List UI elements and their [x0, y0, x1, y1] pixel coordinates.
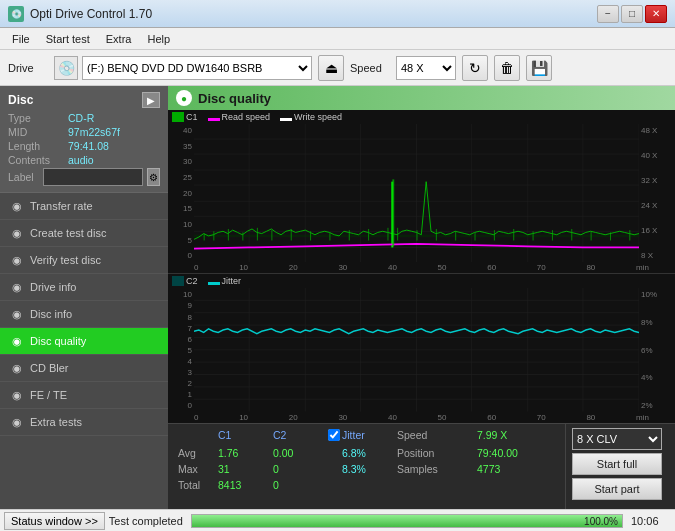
menu-bar: File Start test Extra Help [0, 28, 675, 50]
speed-value: 7.99 X [475, 428, 555, 444]
clear-button[interactable]: 🗑 [494, 55, 520, 81]
menu-extra[interactable]: Extra [98, 31, 140, 47]
status-text: Test completed [109, 515, 183, 527]
stats-section: C1 C2 Jitter Speed 7.99 X Avg 1.76 0.00 [168, 423, 675, 509]
verify-test-disc-icon: ◉ [10, 253, 24, 267]
disc-settings-button[interactable]: ⚙ [147, 168, 160, 186]
drive-select[interactable]: (F:) BENQ DVD DD DW1640 BSRB [82, 56, 312, 80]
svg-rect-23 [271, 230, 272, 240]
svg-rect-34 [455, 231, 456, 240]
disc-panel-toggle[interactable]: ▶ [142, 92, 160, 108]
refresh-button[interactable]: ↻ [462, 55, 488, 81]
close-button[interactable]: ✕ [645, 5, 667, 23]
svg-rect-37 [513, 229, 514, 241]
start-full-button[interactable]: Start full [572, 453, 662, 475]
avg-jitter: 6.8% [340, 446, 395, 460]
nav-label-drive-info: Drive info [30, 281, 76, 293]
disc-mid-label: MID [8, 126, 68, 138]
svg-rect-30 [392, 179, 394, 246]
chart2-body: 10 9 8 7 6 5 4 3 2 1 0 [168, 288, 675, 412]
title-bar-left: 💿 Opti Drive Control 1.70 [8, 6, 152, 22]
minimize-button[interactable]: − [597, 5, 619, 23]
svg-rect-41 [591, 231, 592, 240]
sidebar-item-transfer-rate[interactable]: ◉ Transfer rate [0, 193, 168, 220]
progress-bar-fill [192, 515, 622, 527]
chart2-y-left: 10 9 8 7 6 5 4 3 2 1 0 [168, 288, 194, 412]
jitter-checkbox[interactable] [328, 429, 340, 441]
chart1: C1 Read speed Write speed 40 [168, 110, 675, 274]
disc-quality-header: ● Disc quality [168, 86, 675, 110]
total-blank4 [475, 478, 555, 492]
sidebar-item-cd-bler[interactable]: ◉ CD Bler [0, 355, 168, 382]
svg-rect-32 [417, 230, 418, 240]
chart2-svg [194, 288, 639, 412]
window-title: Opti Drive Control 1.70 [30, 7, 152, 21]
speed-label: Speed [350, 62, 390, 74]
avg-blank [326, 446, 340, 460]
sidebar-item-disc-quality[interactable]: ◉ Disc quality [0, 328, 168, 355]
disc-length-value: 79:41.08 [68, 140, 109, 152]
disc-contents-value: audio [68, 154, 94, 166]
chart1-svg [194, 124, 639, 262]
chart2-legend: C2 Jitter [168, 274, 675, 288]
svg-rect-42 [610, 232, 611, 240]
chart1-y-left: 40 35 30 25 20 15 10 5 0 [168, 124, 194, 262]
col-c1-header: C1 [216, 428, 271, 444]
svg-rect-33 [436, 229, 437, 241]
total-blank3 [395, 478, 475, 492]
sidebar-item-fe-te[interactable]: ◉ FE / TE [0, 382, 168, 409]
nav-label-disc-quality: Disc quality [30, 335, 86, 347]
disc-mid-value: 97m22s67f [68, 126, 120, 138]
svg-rect-26 [329, 232, 330, 240]
app-icon: 💿 [8, 6, 24, 22]
svg-rect-25 [310, 231, 311, 240]
disc-panel: Disc ▶ Type CD-R MID 97m22s67f Length 79… [0, 86, 168, 193]
sidebar-item-verify-test-disc[interactable]: ◉ Verify test disc [0, 247, 168, 274]
speed-select[interactable]: 48 X [396, 56, 456, 80]
eject-button[interactable]: ⏏ [318, 55, 344, 81]
chart2-x-labels: 0 10 20 30 40 50 60 70 80 min [168, 412, 675, 423]
svg-rect-40 [571, 229, 572, 241]
disc-length-label: Length [8, 140, 68, 152]
position-value: 79:40.00 [475, 446, 555, 460]
nav-label-extra-tests: Extra tests [30, 416, 82, 428]
progress-text: 100.0% [584, 515, 618, 529]
max-c1: 31 [216, 462, 271, 476]
status-window-button[interactable]: Status window >> [4, 512, 105, 530]
disc-contents-label: Contents [8, 154, 68, 166]
stats-grid: C1 C2 Jitter Speed 7.99 X Avg 1.76 0.00 [176, 428, 557, 492]
sidebar-item-disc-info[interactable]: ◉ Disc info [0, 301, 168, 328]
svg-rect-38 [533, 231, 534, 240]
total-c1: 8413 [216, 478, 271, 492]
chart1-body: 40 35 30 25 20 15 10 5 0 [168, 124, 675, 262]
col-check [326, 428, 340, 444]
sidebar-item-create-test-disc[interactable]: ◉ Create test disc [0, 220, 168, 247]
speed-clv-select[interactable]: 8 X CLV [572, 428, 662, 450]
sidebar: Disc ▶ Type CD-R MID 97m22s67f Length 79… [0, 86, 168, 509]
status-bar: Status window >> Test completed 100.0% 1… [0, 509, 675, 531]
drive-icon: 💿 [54, 56, 78, 80]
jitter-legend-label: Jitter [222, 276, 242, 286]
sidebar-item-drive-info[interactable]: ◉ Drive info [0, 274, 168, 301]
menu-file[interactable]: File [4, 31, 38, 47]
c1-legend-box [172, 112, 184, 122]
svg-rect-43 [629, 230, 630, 240]
chart1-legend: C1 Read speed Write speed [168, 110, 675, 124]
start-part-button[interactable]: Start part [572, 478, 662, 500]
title-bar: 💿 Opti Drive Control 1.70 − □ ✕ [0, 0, 675, 28]
menu-start-test[interactable]: Start test [38, 31, 98, 47]
avg-c2: 0.00 [271, 446, 326, 460]
svg-rect-21 [242, 232, 243, 240]
nav-label-create-test-disc: Create test disc [30, 227, 106, 239]
disc-label-input[interactable] [43, 168, 143, 186]
svg-rect-19 [213, 231, 214, 240]
maximize-button[interactable]: □ [621, 5, 643, 23]
transfer-rate-icon: ◉ [10, 199, 24, 213]
menu-help[interactable]: Help [139, 31, 178, 47]
save-button[interactable]: 💾 [526, 55, 552, 81]
samples-label: Samples [395, 462, 475, 476]
svg-rect-39 [552, 230, 553, 240]
disc-info-icon: ◉ [10, 307, 24, 321]
sidebar-item-extra-tests[interactable]: ◉ Extra tests [0, 409, 168, 436]
chart1-plot [194, 124, 639, 262]
